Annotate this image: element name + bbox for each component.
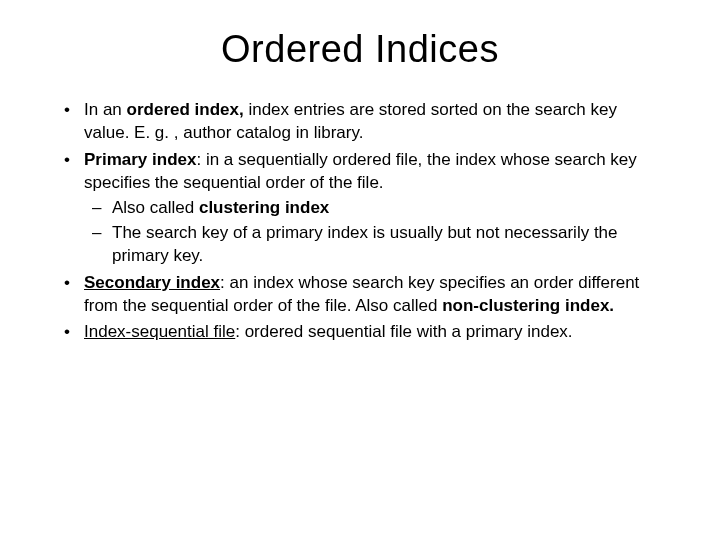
bold-text: ordered index, [127, 100, 244, 119]
bullet-list: In an ordered index, index entries are s… [58, 99, 662, 344]
list-item: Primary index: in a sequentially ordered… [58, 149, 662, 268]
bold-underline-text: Secondary index [84, 273, 220, 292]
sub-list: Also called clustering index The search … [84, 197, 662, 268]
bold-text: non-clustering index [442, 296, 609, 315]
list-item: Index-sequential file: ordered sequentia… [58, 321, 662, 344]
text: . [609, 296, 614, 315]
text: In an [84, 100, 127, 119]
underline-text: Index-sequential file [84, 322, 235, 341]
bold-text: clustering index [199, 198, 329, 217]
text: The search key of a primary index is usu… [112, 223, 618, 265]
text: Also called [112, 198, 199, 217]
slide-title: Ordered Indices [58, 28, 662, 71]
text: : ordered sequential file with a primary… [235, 322, 572, 341]
list-item: The search key of a primary index is usu… [84, 222, 662, 268]
list-item: In an ordered index, index entries are s… [58, 99, 662, 145]
bold-text: Primary index [84, 150, 196, 169]
slide: Ordered Indices In an ordered index, ind… [0, 0, 720, 540]
list-item: Secondary index: an index whose search k… [58, 272, 662, 318]
list-item: Also called clustering index [84, 197, 662, 220]
